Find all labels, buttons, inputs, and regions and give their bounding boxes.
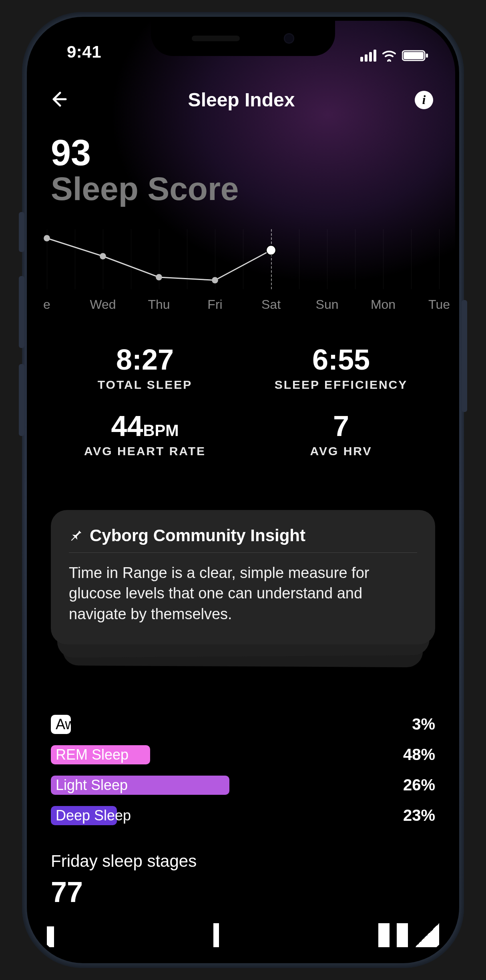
stage-percent: 48% bbox=[391, 746, 435, 764]
stage-row: Light Sleep26% bbox=[51, 773, 435, 797]
metric-label: SLEEP EFFICIENCY bbox=[243, 378, 439, 392]
stage-percent: 23% bbox=[391, 806, 435, 824]
side-button-vol-up bbox=[19, 276, 24, 348]
sleep-score-chart[interactable]: eWedThuFriSatSunMonTue bbox=[47, 229, 439, 317]
chart-axis-label: Tue bbox=[428, 297, 450, 312]
metric-total-sleep: 8:27 TOTAL SLEEP bbox=[47, 345, 243, 392]
chart-axis-label: Thu bbox=[148, 297, 170, 312]
svg-point-5 bbox=[156, 274, 162, 280]
status-time: 9:41 bbox=[67, 42, 101, 62]
insight-card[interactable]: Cyborg Community Insight Time in Range i… bbox=[51, 510, 435, 644]
sleep-score-label: Sleep Score bbox=[51, 172, 439, 205]
insight-body: Time in Range is a clear, simple measure… bbox=[69, 563, 417, 624]
metric-value: 7 bbox=[243, 412, 439, 440]
metric-unit: BPM bbox=[143, 422, 179, 439]
metric-label: AVG HRV bbox=[243, 444, 439, 458]
metric-avg-heart-rate: 44BPM AVG HEART RATE bbox=[47, 412, 243, 458]
battery-icon bbox=[402, 50, 429, 62]
stage-percent: 3% bbox=[391, 715, 435, 733]
stage-bar: REM Sleep bbox=[51, 745, 150, 764]
cellular-icon bbox=[360, 50, 376, 62]
stage-row: Awake3% bbox=[51, 712, 435, 736]
sleep-stages-chart: Awake3%REM Sleep48%Light Sleep26%Deep Sl… bbox=[47, 712, 439, 828]
metric-avg-hrv: 7 AVG HRV bbox=[243, 412, 439, 458]
stage-bar: Light Sleep bbox=[51, 776, 229, 795]
info-button[interactable]: i bbox=[415, 91, 433, 109]
chart-axis-label: Wed bbox=[90, 297, 116, 312]
metric-value: 6:55 bbox=[243, 345, 439, 374]
svg-rect-1 bbox=[404, 52, 424, 59]
chart-axis-label: e bbox=[43, 297, 50, 312]
sleep-stages-title: Friday sleep stages bbox=[47, 852, 439, 871]
device-notch bbox=[151, 21, 335, 56]
svg-point-6 bbox=[212, 277, 218, 284]
metric-value: 44 bbox=[111, 410, 143, 442]
metric-value: 8:27 bbox=[47, 345, 243, 374]
page-title: Sleep Index bbox=[188, 89, 295, 111]
side-button-vol-down bbox=[19, 364, 24, 436]
stage-bar: Awake bbox=[51, 715, 71, 734]
svg-point-3 bbox=[44, 235, 50, 242]
wifi-icon bbox=[381, 50, 397, 62]
stage-row: REM Sleep48% bbox=[51, 743, 435, 767]
bottom-bar-shapes bbox=[47, 923, 439, 947]
phone-frame: 9:41 Sleep Index i bbox=[22, 12, 464, 968]
stage-percent: 26% bbox=[391, 776, 435, 794]
chart-axis-label: Fri bbox=[207, 297, 222, 312]
svg-rect-2 bbox=[426, 54, 428, 58]
side-button-power bbox=[462, 300, 467, 412]
insight-title: Cyborg Community Insight bbox=[90, 526, 305, 545]
stage-bar: Deep Sleep bbox=[51, 806, 117, 825]
pin-icon bbox=[69, 527, 82, 544]
sleep-score-value: 93 bbox=[51, 135, 439, 171]
chart-axis-label: Sun bbox=[316, 297, 339, 312]
stage-row: Deep Sleep23% bbox=[51, 804, 435, 828]
metric-label: TOTAL SLEEP bbox=[47, 378, 243, 392]
metric-sleep-efficiency: 6:55 SLEEP EFFICIENCY bbox=[243, 345, 439, 392]
svg-point-4 bbox=[100, 253, 106, 260]
chart-axis-label: Sat bbox=[261, 297, 281, 312]
back-button[interactable] bbox=[49, 90, 68, 110]
svg-point-7 bbox=[266, 246, 276, 255]
insight-card-stack[interactable]: Cyborg Community Insight Time in Range i… bbox=[51, 510, 435, 644]
chart-axis-label: Mon bbox=[371, 297, 396, 312]
sleep-stages-value: 77 bbox=[47, 876, 439, 908]
side-button-mute bbox=[19, 212, 24, 252]
metric-label: AVG HEART RATE bbox=[47, 444, 243, 458]
